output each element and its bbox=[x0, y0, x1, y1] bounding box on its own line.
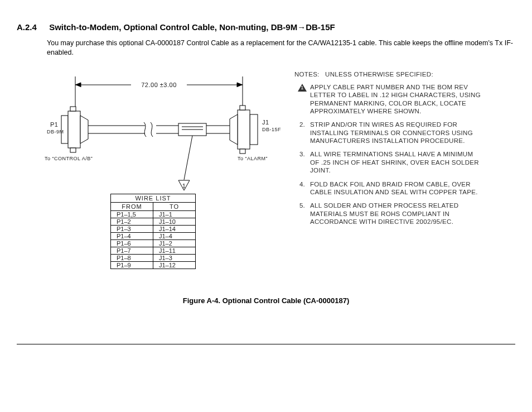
svg-rect-5 bbox=[68, 111, 80, 148]
svg-rect-6 bbox=[70, 107, 76, 111]
note-number: 3. bbox=[294, 150, 310, 174]
note-number: 5. bbox=[294, 202, 310, 226]
dimension-label: 72.00 ±3.00 bbox=[141, 82, 177, 88]
wire-list-table: WIRE LIST FROM TO P1–1,5J1–1P1–2J1–10P1–… bbox=[110, 194, 196, 269]
table-row: P1–3J1–14 bbox=[111, 225, 196, 232]
wire-from: P1–1,5 bbox=[111, 210, 153, 218]
wire-to: J1–11 bbox=[153, 247, 196, 254]
note-number: 4. bbox=[294, 180, 310, 197]
note-text: All wire terminations shall have a minim… bbox=[310, 150, 484, 174]
table-row: P1–8J1–3 bbox=[111, 254, 196, 261]
note-number: 2. bbox=[294, 121, 310, 145]
section-heading: A.2.4 Switch-to-Modem, Optional Control … bbox=[17, 22, 515, 32]
figure: 72.00 ±3.00 bbox=[17, 71, 515, 294]
p1-to: To “CONTROL A/B” bbox=[45, 156, 93, 161]
note-text: Apply cable part number and the BOM rev … bbox=[310, 83, 484, 116]
wire-from: P1–4 bbox=[111, 232, 153, 239]
wire-to: J1–3 bbox=[153, 254, 196, 261]
wire-to: J1–14 bbox=[153, 225, 196, 232]
section-body: You may purchase this optional CA-000018… bbox=[47, 39, 515, 58]
wire-to: J1–2 bbox=[153, 239, 196, 247]
table-row: P1–6J1–2 bbox=[111, 239, 196, 247]
j1-ref: J1 bbox=[262, 119, 269, 126]
footer-rule bbox=[17, 344, 515, 344]
wire-to: J1–12 bbox=[153, 261, 196, 269]
wire-from: P1–9 bbox=[111, 261, 153, 269]
wire-from: P1–3 bbox=[111, 225, 153, 232]
wire-to: J1–1 bbox=[153, 210, 196, 218]
table-row: P1–9J1–12 bbox=[111, 261, 196, 269]
section-number: A.2.4 bbox=[17, 22, 47, 32]
svg-rect-8 bbox=[250, 114, 258, 145]
section-title: Switch-to-Modem, Optional Control Cable,… bbox=[49, 22, 335, 32]
svg-rect-10 bbox=[240, 106, 245, 110]
note-text: Strip and/or tin wires as required for i… bbox=[310, 121, 484, 145]
note-row: 2.Strip and/or tin wires as required for… bbox=[294, 121, 484, 145]
j1-to: To “ALARM” bbox=[238, 156, 268, 161]
wire-from: P1–7 bbox=[111, 247, 153, 254]
p1-type: DB-9M bbox=[47, 129, 64, 135]
wire-from: P1–2 bbox=[111, 218, 153, 225]
svg-rect-11 bbox=[240, 149, 245, 154]
table-row: P1–2J1–10 bbox=[111, 218, 196, 225]
wire-to: J1–4 bbox=[153, 232, 196, 239]
note-row: 1Apply cable part number and the BOM rev… bbox=[294, 83, 484, 116]
p1-ref: P1 bbox=[50, 121, 58, 128]
table-row: P1–7J1–11 bbox=[111, 247, 196, 254]
notes-block: NOTES: UNLESS OTHERWISE SPECIFIED: 1Appl… bbox=[294, 71, 484, 232]
note-row: 4.Fold back foil and braid from cable, o… bbox=[294, 180, 484, 197]
svg-rect-7 bbox=[70, 148, 76, 152]
note-number: 1 bbox=[294, 83, 310, 116]
flag-marker: 1 bbox=[182, 183, 186, 189]
wire-to: J1–10 bbox=[153, 218, 196, 225]
svg-rect-9 bbox=[238, 110, 250, 149]
note-row: 5.All solder and other process related m… bbox=[294, 202, 484, 226]
note-row: 3.All wire terminations shall have a min… bbox=[294, 150, 484, 174]
wire-from: P1–8 bbox=[111, 254, 153, 261]
figure-caption: Figure A-4. Optional Control Cable (CA-0… bbox=[17, 296, 515, 305]
wire-header-to: TO bbox=[153, 202, 196, 210]
svg-line-21 bbox=[184, 136, 192, 180]
notes-title: NOTES: UNLESS OTHERWISE SPECIFIED: bbox=[294, 71, 484, 78]
note-text: Fold back foil and braid from cable, ove… bbox=[310, 180, 484, 197]
table-row: P1–4J1–4 bbox=[111, 232, 196, 239]
cable-diagram: 72.00 ±3.00 bbox=[17, 71, 296, 199]
note-text: All solder and other process related mat… bbox=[310, 202, 484, 226]
j1-type: DB-15F bbox=[262, 127, 281, 132]
table-row: P1–1,5J1–1 bbox=[111, 210, 196, 218]
wire-from: P1–6 bbox=[111, 239, 153, 247]
wire-list-title: WIRE LIST bbox=[111, 194, 196, 202]
wire-header-from: FROM bbox=[111, 202, 153, 210]
